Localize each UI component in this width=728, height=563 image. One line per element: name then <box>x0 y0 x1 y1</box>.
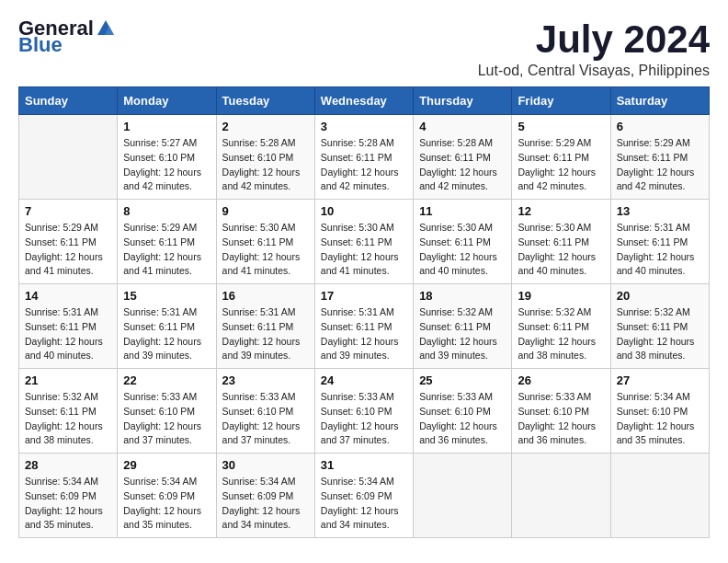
cell-sunset: Sunset: 6:11 PM <box>25 405 111 419</box>
cell-sunset: Sunset: 6:11 PM <box>123 236 210 250</box>
cell-daylight: Daylight: 12 hours and 42 minutes. <box>617 166 703 195</box>
cell-day-number: 9 <box>222 204 309 218</box>
cell-sunset: Sunset: 6:11 PM <box>321 236 407 250</box>
cell-daylight: Daylight: 12 hours and 41 minutes. <box>123 250 210 280</box>
cell-info: Sunrise: 5:28 AM Sunset: 6:11 PM Dayligh… <box>321 136 407 194</box>
cell-sunset: Sunset: 6:09 PM <box>321 489 407 504</box>
table-cell: 6 Sunrise: 5:29 AM Sunset: 6:11 PM Dayli… <box>610 115 709 200</box>
logo: General Blue <box>18 18 118 55</box>
cell-day-number: 26 <box>518 373 604 387</box>
cell-daylight: Daylight: 12 hours and 35 minutes. <box>123 504 210 534</box>
cell-daylight: Daylight: 12 hours and 37 minutes. <box>321 419 407 449</box>
location-title: Lut-od, Central Visayas, Philippines <box>478 63 710 79</box>
header-monday: Monday <box>118 87 216 115</box>
cell-sunrise: Sunrise: 5:31 AM <box>123 305 210 320</box>
cell-info: Sunrise: 5:34 AM Sunset: 6:09 PM Dayligh… <box>321 475 407 533</box>
cell-sunrise: Sunrise: 5:28 AM <box>419 136 506 151</box>
table-cell <box>414 454 512 538</box>
cell-day-number: 17 <box>321 289 407 303</box>
cell-day-number: 12 <box>518 204 604 218</box>
weekday-header-row: Sunday Monday Tuesday Wednesday Thursday… <box>19 87 710 115</box>
cell-day-number: 18 <box>419 289 506 303</box>
table-cell: 20 Sunrise: 5:32 AM Sunset: 6:11 PM Dayl… <box>610 284 709 369</box>
cell-day-number: 30 <box>222 458 309 472</box>
cell-sunset: Sunset: 6:11 PM <box>617 236 703 250</box>
cell-sunset: Sunset: 6:11 PM <box>222 320 309 335</box>
table-cell: 22 Sunrise: 5:33 AM Sunset: 6:10 PM Dayl… <box>118 369 216 454</box>
cell-sunrise: Sunrise: 5:33 AM <box>518 390 604 405</box>
cell-daylight: Daylight: 12 hours and 35 minutes. <box>617 419 703 449</box>
cell-info: Sunrise: 5:30 AM Sunset: 6:11 PM Dayligh… <box>321 221 407 279</box>
table-cell: 9 Sunrise: 5:30 AM Sunset: 6:11 PM Dayli… <box>216 200 314 284</box>
header-thursday: Thursday <box>414 87 512 115</box>
table-cell: 3 Sunrise: 5:28 AM Sunset: 6:11 PM Dayli… <box>314 115 413 200</box>
cell-sunrise: Sunrise: 5:31 AM <box>617 221 703 236</box>
header-saturday: Saturday <box>610 87 709 115</box>
cell-daylight: Daylight: 12 hours and 34 minutes. <box>222 504 309 534</box>
cell-info: Sunrise: 5:27 AM Sunset: 6:10 PM Dayligh… <box>123 136 210 194</box>
cell-sunrise: Sunrise: 5:31 AM <box>321 305 407 320</box>
title-block: July 2024 Lut-od, Central Visayas, Phili… <box>478 18 710 79</box>
cell-sunset: Sunset: 6:09 PM <box>123 489 210 504</box>
cell-info: Sunrise: 5:29 AM Sunset: 6:11 PM Dayligh… <box>123 221 210 279</box>
table-cell: 26 Sunrise: 5:33 AM Sunset: 6:10 PM Dayl… <box>512 369 610 454</box>
cell-sunrise: Sunrise: 5:32 AM <box>518 305 604 320</box>
cell-info: Sunrise: 5:31 AM Sunset: 6:11 PM Dayligh… <box>123 305 210 363</box>
cell-daylight: Daylight: 12 hours and 39 minutes. <box>419 335 506 364</box>
cell-daylight: Daylight: 12 hours and 35 minutes. <box>25 504 111 534</box>
table-cell: 27 Sunrise: 5:34 AM Sunset: 6:10 PM Dayl… <box>610 369 709 454</box>
cell-info: Sunrise: 5:29 AM Sunset: 6:11 PM Dayligh… <box>617 136 703 194</box>
cell-info: Sunrise: 5:32 AM Sunset: 6:11 PM Dayligh… <box>518 305 604 363</box>
cell-sunrise: Sunrise: 5:31 AM <box>25 305 111 320</box>
cell-sunset: Sunset: 6:11 PM <box>25 236 111 250</box>
cell-info: Sunrise: 5:33 AM Sunset: 6:10 PM Dayligh… <box>321 390 407 448</box>
cell-sunset: Sunset: 6:10 PM <box>617 405 703 419</box>
table-cell: 19 Sunrise: 5:32 AM Sunset: 6:11 PM Dayl… <box>512 284 610 369</box>
table-cell: 23 Sunrise: 5:33 AM Sunset: 6:10 PM Dayl… <box>216 369 314 454</box>
table-cell: 11 Sunrise: 5:30 AM Sunset: 6:11 PM Dayl… <box>414 200 512 284</box>
cell-sunset: Sunset: 6:11 PM <box>419 236 506 250</box>
cell-day-number: 1 <box>123 120 210 133</box>
cell-info: Sunrise: 5:30 AM Sunset: 6:11 PM Dayligh… <box>222 221 309 279</box>
cell-day-number: 15 <box>123 289 210 303</box>
cell-sunrise: Sunrise: 5:34 AM <box>321 475 407 489</box>
cell-sunset: Sunset: 6:10 PM <box>419 405 506 419</box>
cell-sunset: Sunset: 6:11 PM <box>617 151 703 166</box>
table-cell <box>19 115 118 200</box>
table-cell: 14 Sunrise: 5:31 AM Sunset: 6:11 PM Dayl… <box>19 284 118 369</box>
cell-day-number: 3 <box>321 120 407 133</box>
week-row-5: 28 Sunrise: 5:34 AM Sunset: 6:09 PM Dayl… <box>19 454 710 538</box>
table-cell: 28 Sunrise: 5:34 AM Sunset: 6:09 PM Dayl… <box>19 454 118 538</box>
cell-sunrise: Sunrise: 5:28 AM <box>222 136 309 151</box>
cell-day-number: 5 <box>518 120 604 133</box>
cell-sunrise: Sunrise: 5:29 AM <box>518 136 604 151</box>
cell-sunrise: Sunrise: 5:32 AM <box>617 305 703 320</box>
cell-sunset: Sunset: 6:11 PM <box>419 320 506 335</box>
cell-daylight: Daylight: 12 hours and 34 minutes. <box>321 504 407 534</box>
cell-sunset: Sunset: 6:10 PM <box>518 405 604 419</box>
cell-sunrise: Sunrise: 5:33 AM <box>321 390 407 405</box>
cell-info: Sunrise: 5:34 AM Sunset: 6:09 PM Dayligh… <box>222 475 309 533</box>
cell-daylight: Daylight: 12 hours and 39 minutes. <box>222 335 309 364</box>
cell-day-number: 27 <box>617 373 703 387</box>
week-row-2: 7 Sunrise: 5:29 AM Sunset: 6:11 PM Dayli… <box>19 200 710 284</box>
table-cell: 25 Sunrise: 5:33 AM Sunset: 6:10 PM Dayl… <box>414 369 512 454</box>
table-cell: 5 Sunrise: 5:29 AM Sunset: 6:11 PM Dayli… <box>512 115 610 200</box>
cell-sunrise: Sunrise: 5:29 AM <box>123 221 210 236</box>
table-cell: 13 Sunrise: 5:31 AM Sunset: 6:11 PM Dayl… <box>610 200 709 284</box>
table-cell <box>512 454 610 538</box>
table-cell: 31 Sunrise: 5:34 AM Sunset: 6:09 PM Dayl… <box>314 454 413 538</box>
cell-daylight: Daylight: 12 hours and 42 minutes. <box>321 166 407 195</box>
table-cell: 29 Sunrise: 5:34 AM Sunset: 6:09 PM Dayl… <box>118 454 216 538</box>
cell-info: Sunrise: 5:33 AM Sunset: 6:10 PM Dayligh… <box>419 390 506 448</box>
page-header: General Blue July 2024 Lut-od, Central V… <box>18 18 710 79</box>
cell-info: Sunrise: 5:32 AM Sunset: 6:11 PM Dayligh… <box>419 305 506 363</box>
cell-daylight: Daylight: 12 hours and 42 minutes. <box>419 166 506 195</box>
cell-sunrise: Sunrise: 5:30 AM <box>419 221 506 236</box>
header-friday: Friday <box>512 87 610 115</box>
cell-day-number: 2 <box>222 120 309 133</box>
table-cell <box>610 454 709 538</box>
header-tuesday: Tuesday <box>216 87 314 115</box>
cell-daylight: Daylight: 12 hours and 42 minutes. <box>222 166 309 195</box>
table-cell: 17 Sunrise: 5:31 AM Sunset: 6:11 PM Dayl… <box>314 284 413 369</box>
